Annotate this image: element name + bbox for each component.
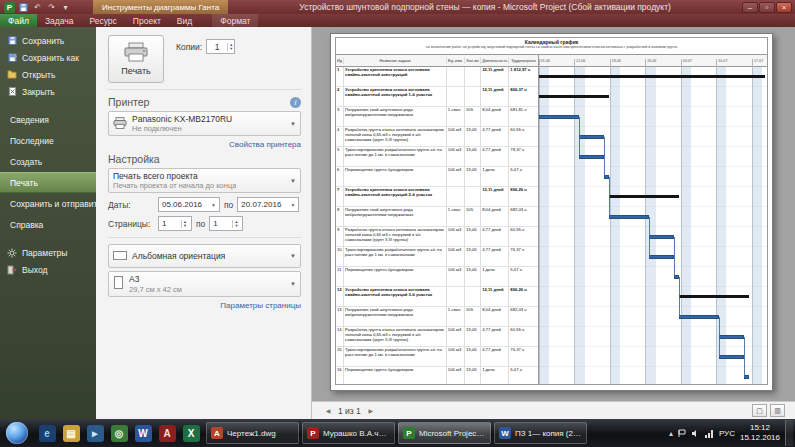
undo-icon[interactable]: ↶: [32, 2, 43, 13]
taskbar-window-microsoft-project[interactable]: PMicrosoft Project (З...: [398, 422, 491, 444]
printer-section-heading: Принтер: [108, 96, 149, 108]
tab-project[interactable]: Проект: [125, 14, 169, 27]
sidebar-item-save-as[interactable]: Сохранить как: [0, 49, 96, 66]
save-icon[interactable]: [18, 2, 29, 13]
taskbar-pinned-excel[interactable]: X: [179, 421, 203, 445]
sidebar-item-close[interactable]: Закрыть: [0, 83, 96, 100]
taskbar-clock[interactable]: 15:12 15.12.2016: [740, 423, 780, 442]
print-preview-panel: Календарный график на выполнение работ п…: [312, 27, 795, 419]
table-row: 1Устройство крепления откоса котлована с…: [336, 67, 538, 87]
taskbar-pinned-word[interactable]: W: [131, 421, 155, 445]
hidden-icons-button[interactable]: ▴: [669, 429, 673, 438]
task-id-cell: 6: [336, 167, 344, 186]
taskbar-pinned-internet-explorer[interactable]: e: [35, 421, 59, 445]
window-button-label: Microsoft Project (З...: [419, 429, 486, 438]
tab-resource[interactable]: Ресурс: [81, 14, 124, 27]
sidebar-item-label: Сведения: [10, 115, 49, 125]
taskbar-window-pz1-copy[interactable]: WПЗ 1— копия (2)...: [494, 422, 587, 444]
previous-page-button[interactable]: ◀: [322, 407, 334, 414]
gantt-link-line: [679, 277, 680, 317]
taskbar-window-murashko-doc[interactable]: PМурашко В.А.черт...: [302, 422, 395, 444]
sidebar-item-help[interactable]: Справка: [0, 214, 96, 235]
sidebar-item-info[interactable]: Сведения: [0, 109, 96, 130]
window-button-label: Чертеж1.dwg: [227, 429, 276, 438]
tab-task[interactable]: Задача: [37, 14, 82, 27]
qat-customize-icon[interactable]: ▾: [60, 2, 71, 13]
gantt-chart: 05.0612.0619.0626.0603.0710.0717.07: [539, 55, 767, 384]
next-page-button[interactable]: ▶: [365, 407, 377, 414]
show-desktop-button[interactable]: [785, 420, 793, 446]
sidebar-item-save[interactable]: Сохранить: [0, 32, 96, 49]
printer-properties-link[interactable]: Свойства принтера: [229, 140, 301, 149]
timeline-label: 19.06: [610, 59, 621, 67]
sidebar-item-open[interactable]: Открыть: [0, 66, 96, 83]
spinner-icon[interactable]: ▲▼: [232, 220, 239, 228]
taskbar-pinned-windows-explorer[interactable]: ▤: [59, 421, 83, 445]
table-row: 3Погружение свай шпунтового ряда вибропо…: [336, 107, 538, 127]
gantt-area: ИдНазвание задачиЕд. изм.Кол-воДлительно…: [335, 55, 768, 385]
sidebar-item-recent[interactable]: Последние: [0, 130, 96, 151]
taskbar-window-autocad-drawing[interactable]: AЧертеж1.dwg: [206, 422, 299, 444]
language-indicator[interactable]: РУС: [719, 429, 735, 438]
gantt-summary-bar: [679, 295, 749, 298]
paper-dimensions: 29,7 см x 42 см: [129, 285, 182, 294]
table-row: 15Транспортирование разработанного грунт…: [336, 347, 538, 367]
sidebar-item-new[interactable]: Создать: [0, 151, 96, 172]
print-scope-selector[interactable]: Печать всего проекта Печать проекта от н…: [108, 168, 301, 193]
sidebar-item-save-send[interactable]: Сохранить и отправить: [0, 193, 96, 214]
network-icon[interactable]: [705, 429, 714, 438]
task-id-cell: 15: [336, 347, 344, 366]
clock-time: 15:12: [740, 423, 780, 433]
task-hours-cell: 5,07 ч: [509, 367, 537, 384]
spinner-icon[interactable]: ▲▼: [181, 220, 188, 228]
task-unit-cell: 1 свая: [447, 307, 465, 326]
action-center-icon[interactable]: [678, 429, 686, 438]
gantt-link-line: [579, 117, 580, 157]
task-duration-cell: 1 день: [481, 267, 509, 286]
sidebar-item-exit[interactable]: Выход: [0, 261, 96, 278]
page-from-input[interactable]: 1 ▲▼: [158, 216, 192, 231]
date-from-input[interactable]: 05.06.2016 ▼: [158, 197, 220, 212]
close-button[interactable]: ×: [776, 2, 792, 13]
timeline-label: 10.07: [716, 59, 727, 67]
paper-size-selector[interactable]: A3 29,7 см x 42 см ▼: [108, 271, 301, 296]
task-id-cell: 9: [336, 227, 344, 246]
task-hours-cell: 682,03 ч: [509, 207, 537, 226]
start-button[interactable]: [6, 422, 28, 444]
taskbar-pinned-acrobat[interactable]: A: [155, 421, 179, 445]
copies-input[interactable]: 1 ▲▼: [206, 39, 235, 54]
orientation-selector[interactable]: Альбомная ориентация ▼: [108, 244, 301, 268]
taskbar-pinned-media-player[interactable]: ►: [83, 421, 107, 445]
copies-spinner-icon[interactable]: ▲▼: [227, 43, 234, 51]
tab-file[interactable]: Файл: [0, 14, 37, 27]
page-to-input[interactable]: 1 ▲▼: [209, 216, 243, 231]
taskbar-pinned-icons: e▤►◎WAX: [35, 421, 203, 445]
maximize-button[interactable]: ▫: [759, 2, 775, 13]
calendar-dropdown-icon: ▼: [211, 202, 216, 208]
zoom-multiple-pages-button[interactable]: ▥: [770, 404, 785, 417]
tab-view[interactable]: Вид: [169, 14, 200, 27]
internet-explorer-icon: e: [39, 425, 56, 442]
print-button[interactable]: Печать: [108, 35, 164, 83]
task-unit-cell: 100 м3: [447, 147, 465, 166]
date-to-input[interactable]: 20.07.2016 ▼: [237, 197, 299, 212]
document-subtitle: на выполнение работ по устройству шпунто…: [336, 45, 767, 49]
gantt-task-bar: [579, 135, 603, 139]
task-qty-cell: 13,06: [465, 127, 481, 146]
backstage-nav: СохранитьСохранить какОткрытьЗакрытьСвед…: [0, 27, 96, 419]
redo-icon[interactable]: ↷: [46, 2, 57, 13]
zoom-fit-page-button[interactable]: ▢: [752, 404, 767, 417]
minimize-button[interactable]: –: [742, 2, 758, 13]
sidebar-item-print[interactable]: Печать: [0, 172, 96, 193]
orientation-value: Альбомная ориентация: [132, 251, 225, 261]
taskbar-pinned-chrome[interactable]: ◎: [107, 421, 131, 445]
table-row: 7Устройство крепления откоса котлована с…: [336, 187, 538, 207]
tab-format[interactable]: Формат: [212, 14, 258, 27]
volume-icon[interactable]: [691, 429, 700, 438]
task-qty-cell: [465, 67, 481, 86]
page-setup-link[interactable]: Параметры страницы: [220, 301, 301, 310]
task-unit-cell: 100 м3: [447, 127, 465, 146]
page-indicator: 1 из 1: [338, 406, 361, 416]
sidebar-item-options[interactable]: Параметры: [0, 244, 96, 261]
printer-selector[interactable]: Panasonic KX-MB2170RU Не подключен ▼: [108, 111, 301, 136]
